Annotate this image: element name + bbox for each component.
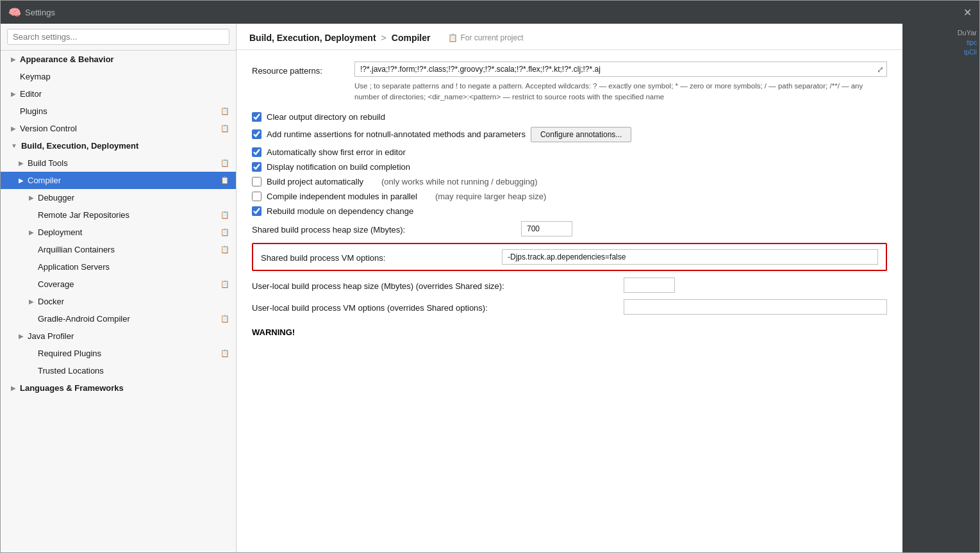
sidebar-item-plugins[interactable]: ▶Plugins📋	[1, 103, 236, 120]
main-header: Build, Execution, Deployment > Compiler …	[237, 24, 902, 50]
sidebar-item-compiler[interactable]: ▶Compiler📋	[1, 172, 236, 189]
sidebar-item-java-profiler[interactable]: ▶Java Profiler	[1, 327, 236, 345]
sidebar-item-deployment[interactable]: ▶Deployment📋	[1, 224, 236, 241]
sidebar-item-label: Languages & Frameworks	[20, 383, 124, 393]
breadcrumb-separator: >	[381, 33, 386, 43]
right-panel-url2: tpCli	[964, 49, 977, 56]
chevron-icon: ▶	[29, 298, 34, 305]
hint-text: Use ; to separate patterns and ! to nega…	[354, 81, 887, 103]
sidebar: ▶Appearance & Behavior▶Keymap▶Editor▶Plu…	[1, 24, 237, 552]
sidebar-item-label: Appearance & Behavior	[20, 54, 114, 64]
expand-icon[interactable]: ⤢	[877, 65, 884, 74]
copy-icon: 📋	[220, 176, 229, 185]
checkbox-label-compile-parallel: Compile independent modules in parallel	[267, 192, 417, 201]
sidebar-item-languages[interactable]: ▶Languages & Frameworks	[1, 379, 236, 397]
checkbox-clear-output[interactable]	[252, 112, 262, 122]
sidebar-item-version-control[interactable]: ▶Version Control📋	[1, 120, 236, 137]
settings-window: 🧠 Settings ✕ ▶Appearance & Behavior▶Keym…	[0, 0, 980, 553]
checkbox-add-runtime[interactable]	[252, 129, 262, 139]
chevron-icon: ▶	[11, 56, 16, 63]
sidebar-item-label: Build, Execution, Deployment	[21, 141, 138, 151]
sidebar-item-trusted-locations[interactable]: ▶Trusted Locations	[1, 362, 236, 379]
sidebar-item-label: Coverage	[38, 279, 74, 289]
copy-icon: 📋	[220, 245, 229, 254]
sidebar-item-gradle-android[interactable]: ▶Gradle-Android Compiler📋	[1, 310, 236, 327]
sidebar-item-appearance[interactable]: ▶Appearance & Behavior	[1, 51, 236, 68]
copy-icon: 📋	[220, 159, 229, 167]
shared-vm-input[interactable]	[502, 249, 878, 265]
checkbox-row-add-runtime: Add runtime assertions for notnull-annot…	[252, 127, 887, 142]
shared-vm-label: Shared build process VM options:	[261, 251, 492, 263]
copy-icon: 📋	[220, 107, 229, 115]
warning-section: WARNING!	[252, 327, 887, 337]
resource-patterns-input[interactable]	[355, 62, 886, 76]
checkbox-compile-parallel[interactable]	[252, 192, 262, 201]
chevron-icon: ▶	[11, 90, 16, 97]
checkbox-label-add-runtime: Add runtime assertions for notnull-annot…	[267, 129, 526, 139]
user-vm-input[interactable]	[624, 299, 887, 315]
sidebar-item-docker[interactable]: ▶Docker	[1, 293, 236, 310]
sidebar-item-required-plugins[interactable]: ▶Required Plugins📋	[1, 345, 236, 362]
checkbox-label-build-auto: Build project automatically	[267, 177, 363, 186]
shared-heap-label: Shared build process heap size (Mbytes):	[252, 222, 521, 235]
sidebar-item-label: Trusted Locations	[38, 366, 104, 376]
close-button[interactable]: ✕	[963, 6, 972, 19]
right-panel-url1: ttpc	[967, 39, 977, 46]
chevron-icon: ▶	[29, 194, 34, 201]
for-current-project-link[interactable]: 📋 For current project	[448, 33, 523, 42]
sidebar-item-label: Version Control	[20, 124, 77, 133]
user-vm-label: User-local build process VM options (ove…	[252, 301, 624, 313]
checkbox-rebuild-on-change[interactable]	[252, 206, 262, 216]
main-panel: Build, Execution, Deployment > Compiler …	[237, 24, 902, 552]
checkbox-rows: Clear output directory on rebuildAdd run…	[252, 112, 887, 216]
checkbox-row-compile-parallel: Compile independent modules in parallel(…	[252, 192, 887, 201]
breadcrumb-parent: Build, Execution, Deployment	[249, 33, 376, 43]
sidebar-item-label: Docker	[38, 297, 64, 306]
right-panel-user: DuYar	[958, 29, 977, 37]
breadcrumb-current: Compiler	[392, 33, 431, 43]
checkbox-row-rebuild-on-change: Rebuild module on dependency change	[252, 206, 887, 216]
main-body: Resource patterns: ⤢ Use ; to separate p…	[237, 50, 902, 552]
copy-icon: 📋	[220, 349, 229, 358]
sidebar-item-arquillian[interactable]: ▶Arquillian Containers📋	[1, 241, 236, 258]
copy-icon: 📋	[220, 228, 229, 236]
sidebar-item-coverage[interactable]: ▶Coverage📋	[1, 276, 236, 293]
resource-patterns-label: Resource patterns:	[252, 63, 354, 76]
project-icon: 📋	[448, 33, 458, 42]
sidebar-item-editor[interactable]: ▶Editor	[1, 85, 236, 103]
chevron-icon: ▶	[19, 160, 24, 167]
for-current-project-label: For current project	[460, 33, 523, 42]
main-content: ▶Appearance & Behavior▶Keymap▶Editor▶Plu…	[1, 24, 979, 552]
copy-icon: 📋	[220, 280, 229, 288]
search-input[interactable]	[7, 29, 229, 45]
chevron-icon: ▶	[11, 384, 16, 392]
title-bar: 🧠 Settings ✕	[1, 1, 979, 24]
sidebar-item-debugger[interactable]: ▶Debugger	[1, 189, 236, 206]
sidebar-item-label: Build Tools	[28, 158, 68, 168]
configure-annotations-button[interactable]: Configure annotations...	[531, 127, 631, 142]
sidebar-item-remote-jar[interactable]: ▶Remote Jar Repositories📋	[1, 206, 236, 224]
copy-icon: 📋	[220, 315, 229, 323]
sidebar-item-build-tools[interactable]: ▶Build Tools📋	[1, 154, 236, 172]
search-box	[1, 24, 236, 51]
sidebar-item-label: Gradle-Android Compiler	[38, 314, 130, 324]
sidebar-item-label: Arquillian Containers	[38, 245, 115, 254]
checkbox-row-build-auto: Build project automatically(only works w…	[252, 177, 887, 186]
checkbox-label-rebuild-on-change: Rebuild module on dependency change	[267, 206, 413, 216]
sidebar-items-container: ▶Appearance & Behavior▶Keymap▶Editor▶Plu…	[1, 51, 236, 397]
resource-patterns-row: Resource patterns: ⤢	[252, 62, 887, 77]
checkbox-label-display-notification: Display notification on build completion	[267, 162, 410, 172]
sidebar-item-label: Debugger	[38, 193, 74, 202]
sidebar-item-app-servers[interactable]: ▶Application Servers	[1, 258, 236, 276]
checkbox-label-clear-output: Clear output directory on rebuild	[267, 112, 385, 122]
chevron-icon: ▶	[29, 229, 34, 236]
checkbox-display-notification[interactable]	[252, 162, 262, 172]
checkbox-build-auto[interactable]	[252, 177, 262, 186]
checkbox-auto-show-error[interactable]	[252, 147, 262, 157]
sidebar-item-label: Editor	[20, 89, 42, 99]
user-heap-input[interactable]	[624, 277, 675, 293]
sidebar-item-build-exec-deploy[interactable]: ▼Build, Execution, Deployment	[1, 137, 236, 154]
sidebar-item-keymap[interactable]: ▶Keymap	[1, 68, 236, 85]
sidebar-item-label: Compiler	[28, 176, 61, 185]
shared-heap-input[interactable]	[521, 221, 572, 236]
